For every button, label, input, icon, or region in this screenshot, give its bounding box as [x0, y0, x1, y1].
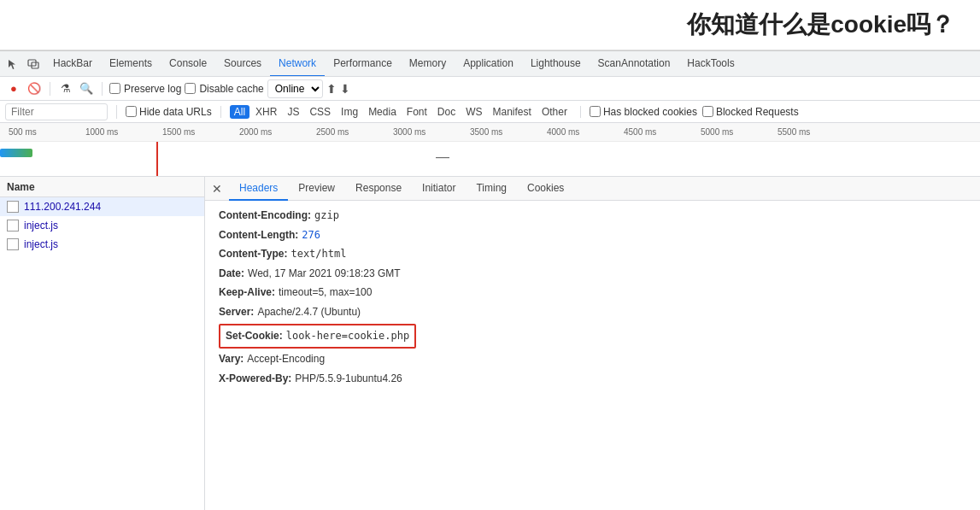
header-key-server: Server:: [219, 303, 254, 322]
header-key-content-length: Content-Length:: [219, 226, 298, 245]
tab-application[interactable]: Application: [455, 51, 522, 77]
filter-row: Hide data URLs All XHR JS CSS Img Media …: [0, 101, 980, 123]
download-arrow-icon[interactable]: ⬇: [340, 82, 350, 96]
filter-type-ws[interactable]: WS: [461, 105, 486, 119]
tab-performance[interactable]: Performance: [325, 51, 401, 77]
network-item-name-2: inject.js: [24, 238, 58, 250]
network-item-icon-2: [7, 238, 19, 250]
header-val-x-powered-by: PHP/5.5.9-1ubuntu4.26: [295, 370, 402, 389]
banner-title: 你知道什么是cookie吗？: [687, 11, 954, 38]
timeline-ruler: 500 ms 1000 ms 1500 ms 2000 ms 2500 ms 3…: [0, 123, 980, 142]
filter-divider-1: [116, 105, 117, 119]
network-item-2[interactable]: inject.js: [0, 235, 204, 254]
network-list: Name 111.200.241.244 inject.js inject.js: [0, 177, 205, 510]
header-val-set-cookie: look-here=cookie.php: [286, 327, 410, 346]
toolbar: ● 🚫 ⚗ 🔍 Preserve log Disable cache Onlin…: [0, 77, 980, 101]
filter-type-media[interactable]: Media: [364, 105, 401, 119]
tab-preview[interactable]: Preview: [288, 177, 345, 201]
headers-content: Content-Encoding: gzip Content-Length: 2…: [205, 201, 980, 510]
filter-type-xhr[interactable]: XHR: [251, 105, 281, 119]
header-val-content-type: text/html: [290, 245, 346, 264]
header-val-content-encoding: gzip: [314, 207, 339, 226]
filter-sep-1: [220, 106, 221, 118]
tab-console[interactable]: Console: [161, 51, 215, 77]
device-icon[interactable]: [24, 55, 43, 73]
ruler-label-2000: 2000 ms: [239, 127, 272, 137]
filter-input[interactable]: [5, 103, 108, 120]
ruler-label-500: 500 ms: [9, 127, 37, 137]
ruler-label-3500: 3500 ms: [470, 127, 502, 137]
tab-sources[interactable]: Sources: [215, 51, 270, 77]
clear-button[interactable]: 🚫: [26, 80, 43, 97]
header-row-keep-alive: Keep-Alive: timeout=5, max=100: [219, 284, 966, 302]
network-item-icon-0: [7, 201, 19, 213]
header-key-vary: Vary:: [219, 350, 244, 369]
timeline-content: —: [0, 142, 980, 176]
timeline-area: 500 ms 1000 ms 1500 ms 2000 ms 2500 ms 3…: [0, 123, 980, 177]
preserve-log-input[interactable]: [109, 83, 120, 94]
header-row-content-encoding: Content-Encoding: gzip: [219, 207, 966, 226]
search-icon[interactable]: 🔍: [78, 80, 95, 97]
tab-hacktools[interactable]: HackTools: [678, 51, 742, 77]
header-row-date: Date: Wed, 17 Mar 2021 09:18:23 GMT: [219, 265, 966, 284]
header-val-content-length: 276: [302, 226, 320, 245]
tab-scanannotation[interactable]: ScanAnnotation: [590, 51, 679, 77]
header-key-content-type: Content-Type:: [219, 245, 287, 264]
header-row-content-type: Content-Type: text/html: [219, 245, 966, 264]
header-key-content-encoding: Content-Encoding:: [219, 207, 311, 226]
header-val-date: Wed, 17 Mar 2021 09:18:23 GMT: [248, 265, 401, 284]
tab-bar: HackBar Elements Console Sources Network…: [0, 51, 980, 77]
header-val-vary: Accept-Encoding: [247, 350, 325, 369]
tab-network[interactable]: Network: [270, 51, 325, 77]
header-key-x-powered-by: X-Powered-By:: [219, 370, 291, 389]
tab-memory[interactable]: Memory: [401, 51, 455, 77]
cursor-icon[interactable]: [3, 55, 22, 73]
hide-data-urls-checkbox[interactable]: Hide data URLs: [126, 106, 212, 118]
filter-icon[interactable]: ⚗: [57, 80, 74, 97]
header-val-keep-alive: timeout=5, max=100: [279, 284, 372, 302]
header-val-server: Apache/2.4.7 (Ubuntu): [257, 303, 361, 322]
headers-panel: ✕ Headers Preview Response Initiator Tim…: [205, 177, 980, 510]
filter-sep-2: [580, 106, 581, 118]
blocked-requests-checkbox[interactable]: Blocked Requests: [702, 106, 799, 118]
disable-cache-checkbox[interactable]: Disable cache: [185, 83, 263, 95]
timeline-request-bar: [0, 149, 32, 157]
ruler-label-4500: 4500 ms: [624, 127, 656, 137]
network-item-name-1: inject.js: [24, 220, 58, 232]
upload-arrow-icon[interactable]: ⬆: [326, 82, 337, 96]
tab-response[interactable]: Response: [345, 177, 412, 201]
network-item-1[interactable]: inject.js: [0, 216, 204, 235]
network-item-name-0: 111.200.241.244: [24, 201, 101, 213]
network-item-0[interactable]: 111.200.241.244: [0, 197, 204, 216]
network-item-icon-1: [7, 220, 19, 232]
network-list-header: Name: [0, 177, 204, 197]
header-key-date: Date:: [219, 265, 244, 284]
ruler-label-1000: 1000 ms: [85, 127, 118, 137]
preserve-log-checkbox[interactable]: Preserve log: [109, 83, 181, 95]
ruler-label-5000: 5000 ms: [701, 127, 733, 137]
tab-lighthouse[interactable]: Lighthouse: [522, 51, 590, 77]
filter-type-font[interactable]: Font: [402, 105, 431, 119]
filter-type-doc[interactable]: Doc: [433, 105, 460, 119]
tab-initiator[interactable]: Initiator: [412, 177, 466, 201]
filter-type-other[interactable]: Other: [537, 105, 572, 119]
tab-headers[interactable]: Headers: [229, 177, 288, 201]
filter-type-css[interactable]: CSS: [305, 105, 335, 119]
toolbar-divider-1: [50, 82, 50, 96]
filter-type-img[interactable]: Img: [337, 105, 362, 119]
filter-type-all[interactable]: All: [230, 105, 249, 119]
tab-elements[interactable]: Elements: [101, 51, 161, 77]
filter-type-js[interactable]: JS: [283, 105, 303, 119]
disable-cache-input[interactable]: [185, 83, 196, 94]
tab-hackbar[interactable]: HackBar: [44, 51, 101, 77]
tab-timing[interactable]: Timing: [466, 177, 517, 201]
has-blocked-cookies-checkbox[interactable]: Has blocked cookies: [590, 106, 697, 118]
record-button[interactable]: ●: [5, 80, 22, 97]
tab-cookies[interactable]: Cookies: [517, 177, 574, 201]
header-key-set-cookie: Set-Cookie:: [226, 327, 283, 346]
network-throttle-select[interactable]: Online: [267, 79, 323, 98]
filter-type-manifest[interactable]: Manifest: [489, 105, 536, 119]
timeline-vline: [156, 142, 158, 176]
close-panel-button[interactable]: ✕: [208, 177, 226, 201]
header-key-keep-alive: Keep-Alive:: [219, 284, 275, 302]
